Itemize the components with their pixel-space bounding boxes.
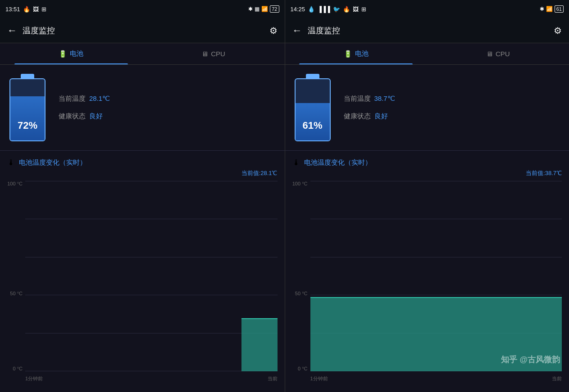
left-current-value: 28.1℃ [260,170,277,176]
right-bird-icon: 🐦 [333,6,340,13]
left-battery-percent: 72% [18,120,37,131]
left-battery-status: 72 [270,5,279,13]
right-chart-title: 电池温度变化（实时） [304,158,372,167]
right-bar-area [310,181,562,371]
right-y-100: 100 °C [292,181,308,186]
right-battery-status: 61 [555,5,564,13]
right-tab-battery[interactable]: 🔋 电池 [285,43,427,64]
left-chart-header: 🌡 电池温度变化（实时） [7,158,278,167]
right-battery-percent: 61% [302,120,322,131]
left-thermometer-icon: 🌡 [7,158,15,167]
left-battery-info: 当前温度 28.1℃ 健康状态 良好 [59,95,110,121]
left-status-right: ✱ ▦ 📶 72 [248,5,279,13]
left-chart-section: 🌡 电池温度变化（实时） 当前值:28.1℃ 100 °C 50 °C 0 °C [0,151,285,392]
left-bar-area [25,181,278,371]
right-status-bar: 14:25 💧 ▐▐▐ 🐦 🔥 🖼 ⊞ ✱ 📶 61 [285,0,569,18]
left-photo-icon: 🖼 [33,6,39,13]
left-chart-canvas: 100 °C 50 °C 0 °C [7,181,278,385]
right-y-0: 0 °C [298,366,308,371]
left-cpu-tab-label: CPU [211,50,225,58]
right-thermometer-icon: 🌡 [292,158,300,167]
left-fire-icon: 🔥 [23,6,30,13]
left-bt-icon: ✱ [248,6,253,12]
left-time: 13:51 [5,6,20,13]
left-temp-label: 当前温度 [59,95,86,103]
right-photo-icon: 🖼 [353,6,359,13]
right-battery-tab-label: 电池 [355,50,369,58]
left-chart-title: 电池温度变化（实时） [19,158,86,167]
left-settings-button[interactable]: ⚙ [269,25,278,36]
left-tab-bar: 🔋 电池 🖥 CPU [0,43,285,65]
left-app-bar: ← 温度监控 ⚙ [0,18,285,43]
right-signal-icon: ▐▐▐ [318,6,330,13]
right-y-50: 50 °C [295,291,308,296]
right-grid-icon: ⊞ [361,6,366,13]
left-panel: 13:51 🔥 🖼 ⊞ ✱ ▦ 📶 72 ← 温度监控 ⚙ 🔋 电池 🖥 CPU [0,0,285,392]
right-drop-icon: 💧 [308,6,315,13]
left-cpu-tab-icon: 🖥 [201,50,208,58]
left-temp-value: 28.1℃ [89,95,110,103]
right-fire-icon: 🔥 [343,6,350,13]
right-bt-icon: ✱ [540,6,544,12]
right-time: 14:25 [291,6,305,13]
left-battery-tab-label: 电池 [70,50,83,58]
right-tab-bar: 🔋 电池 🖥 CPU [285,43,569,65]
right-app-title: 温度监控 [308,25,340,36]
right-x-end: 当前 [552,375,562,382]
right-x-labels: 1分钟前 当前 [310,372,562,385]
right-y-labels: 100 °C 50 °C 0 °C [292,181,310,371]
left-grid-icon: ⊞ [41,6,46,13]
right-x-start: 1分钟前 [310,375,328,382]
right-panel: 14:25 💧 ▐▐▐ 🐦 🔥 🖼 ⊞ ✱ 📶 61 ← 温度监控 ⚙ 🔋 电池… [285,0,569,392]
left-battery-body: 72% [9,78,46,141]
left-bar [241,318,278,371]
right-battery-info: 当前温度 38.7℃ 健康状态 良好 [344,95,395,121]
left-tab-cpu[interactable]: 🖥 CPU [142,43,285,64]
right-settings-button[interactable]: ⚙ [554,25,562,36]
left-battery-fill: 72% [10,96,45,140]
left-chart-current: 当前值:28.1℃ [7,169,278,177]
right-temp-row: 当前温度 38.7℃ [344,95,395,103]
right-chart-section: 🌡 电池温度变化（实时） 当前值:38.7℃ 100 °C 50 °C 0 °C [285,151,569,392]
left-y-0: 0 °C [13,366,23,371]
right-app-bar-left: ← 温度监控 [292,25,340,36]
left-app-bar-left: ← 温度监控 [7,25,55,36]
right-cpu-tab-label: CPU [496,50,510,58]
right-health-value: 良好 [374,112,388,121]
left-tab-battery[interactable]: 🔋 电池 [0,43,142,64]
left-chart-area: 100 °C 50 °C 0 °C [7,181,278,385]
right-health-label: 健康状态 [344,112,371,121]
left-x-end: 当前 [268,375,278,382]
right-back-button[interactable]: ← [292,25,302,36]
right-status-left: 14:25 💧 ▐▐▐ 🐦 🔥 🖼 ⊞ [291,6,366,13]
right-chart-header: 🌡 电池温度变化（实时） [292,158,562,167]
right-status-right: ✱ 📶 61 [540,5,564,13]
right-current-value: 38.7℃ [545,170,562,176]
left-back-button[interactable]: ← [7,25,17,36]
left-health-label: 健康状态 [59,112,86,121]
left-battery-section: 72% 当前温度 28.1℃ 健康状态 良好 [0,65,285,151]
left-status-bar: 13:51 🔥 🖼 ⊞ ✱ ▦ 📶 72 [0,0,285,18]
right-battery-body: 61% [295,78,331,141]
right-battery-tab-icon: 🔋 [344,50,352,58]
right-health-row: 健康状态 良好 [344,112,395,121]
watermark: 知乎 @古风微韵 [501,354,560,365]
right-battery-fill: 61% [296,103,330,140]
left-y-labels: 100 °C 50 °C 0 °C [7,181,24,371]
right-battery-section: 61% 当前温度 38.7℃ 健康状态 良好 [285,65,569,151]
left-temp-row: 当前温度 28.1℃ [59,95,110,103]
right-app-bar: ← 温度监控 ⚙ [285,18,569,43]
left-y-50: 50 °C [10,291,23,296]
right-tab-cpu[interactable]: 🖥 CPU [427,43,569,64]
left-health-row: 健康状态 良好 [59,112,110,121]
left-health-value: 良好 [89,112,103,121]
left-sim-icon: ▦ [255,6,259,12]
right-current-label: 当前值: [526,170,545,176]
left-battery-visual: 72% [7,74,48,141]
right-cpu-tab-icon: 🖥 [486,50,493,58]
right-wifi-icon: 📶 [546,6,553,12]
left-current-label: 当前值: [241,170,261,176]
left-battery-tab-icon: 🔋 [59,50,67,58]
right-temp-value: 38.7℃ [374,95,395,103]
right-temp-label: 当前温度 [344,95,371,103]
